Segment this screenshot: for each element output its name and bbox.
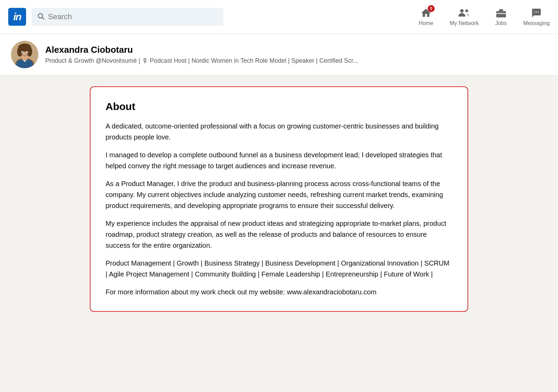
nav-item-messaging[interactable]: Messaging bbox=[523, 7, 550, 26]
avatar[interactable] bbox=[11, 41, 38, 68]
briefcase-icon bbox=[495, 7, 507, 19]
profile-headline: Product & Growth @Novorésumé | 🎙 Podcast… bbox=[45, 57, 358, 64]
about-paragraph-4: My experience includes the appraisal of … bbox=[106, 218, 452, 251]
logo-text: in bbox=[13, 11, 21, 23]
chat-icon bbox=[531, 7, 542, 19]
nav-item-jobs[interactable]: Jobs bbox=[495, 7, 507, 26]
my-network-label: My Network bbox=[450, 20, 478, 26]
home-badge: 0 bbox=[428, 5, 435, 12]
nav-item-home[interactable]: 0 Home bbox=[418, 7, 433, 26]
about-title: About bbox=[106, 101, 452, 112]
about-paragraph-2: I managed to develop a complete outbound… bbox=[106, 149, 452, 171]
navbar-right: 0 Home My Network bbox=[418, 7, 550, 26]
jobs-label: Jobs bbox=[495, 20, 507, 26]
home-icon-wrapper: 0 bbox=[420, 7, 432, 19]
svg-point-2 bbox=[460, 9, 464, 12]
messaging-icon-wrapper bbox=[531, 7, 542, 19]
nav-item-my-network[interactable]: My Network bbox=[450, 7, 478, 26]
navbar: in 0 Home bbox=[0, 0, 558, 34]
about-paragraph-1: A dedicated, outcome-oriented profession… bbox=[106, 121, 452, 143]
avatar-image bbox=[11, 41, 38, 68]
my-network-icon-wrapper bbox=[458, 7, 470, 19]
about-paragraph-3: As a Product Manager, I drive the produc… bbox=[106, 178, 452, 211]
messaging-label: Messaging bbox=[523, 20, 550, 26]
svg-line-1 bbox=[42, 17, 44, 19]
profile-info: Alexandra Ciobotaru Product & Growth @No… bbox=[45, 45, 358, 64]
home-label: Home bbox=[418, 20, 433, 26]
people-icon bbox=[458, 7, 470, 19]
profile-header: Alexandra Ciobotaru Product & Growth @No… bbox=[0, 34, 558, 75]
linkedin-logo[interactable]: in bbox=[8, 8, 26, 26]
search-bar[interactable] bbox=[32, 8, 223, 26]
about-paragraph-website: For more information about my work check… bbox=[106, 286, 452, 297]
jobs-icon-wrapper bbox=[495, 7, 507, 19]
search-icon bbox=[37, 12, 45, 21]
svg-point-3 bbox=[465, 9, 468, 12]
profile-name: Alexandra Ciobotaru bbox=[45, 45, 358, 55]
about-card: About A dedicated, outcome-oriented prof… bbox=[90, 86, 468, 312]
navbar-left: in bbox=[8, 8, 223, 26]
svg-point-19 bbox=[27, 52, 28, 53]
svg-point-18 bbox=[22, 52, 23, 53]
svg-point-6 bbox=[534, 12, 535, 13]
svg-rect-4 bbox=[496, 11, 506, 17]
about-paragraph-skills: Product Management | Growth | Business S… bbox=[106, 258, 452, 280]
search-input[interactable] bbox=[48, 12, 218, 21]
main-content: About A dedicated, outcome-oriented prof… bbox=[73, 75, 485, 323]
svg-point-8 bbox=[538, 12, 539, 13]
svg-point-7 bbox=[536, 12, 537, 13]
